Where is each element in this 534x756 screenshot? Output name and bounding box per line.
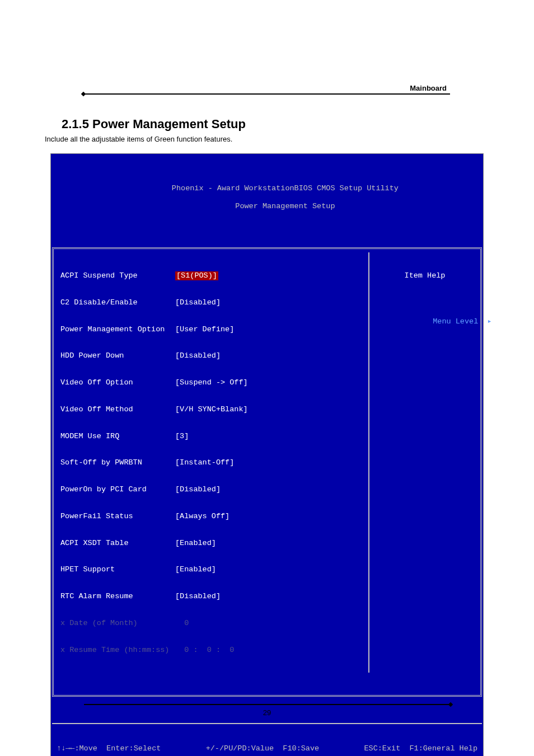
setting-row[interactable]: PowerOn by PCI Card[Disabled] <box>60 485 366 494</box>
bios-title: Phoenix - Award WorkstationBIOS CMOS Set… <box>52 173 482 221</box>
bios-help-pane: Item Help Menu Level ▸ <box>368 252 480 672</box>
setting-row[interactable]: Video Off Method[V/H SYNC+Blank] <box>60 405 366 414</box>
menu-level-label: Menu Level <box>433 317 478 326</box>
setting-label: x Date (of Month) <box>60 619 175 628</box>
bios-screenshot: Phoenix - Award WorkstationBIOS CMOS Set… <box>50 153 484 756</box>
setting-value: 0 : 0 : 0 <box>175 646 234 655</box>
setting-label: HPET Support <box>60 565 175 574</box>
setting-row[interactable]: C2 Disable/Enable[Disabled] <box>60 298 366 307</box>
setting-value: [Enabled] <box>175 565 216 574</box>
setting-label: ACPI Suspend Type <box>60 271 175 280</box>
setting-label: ACPI XSDT Table <box>60 539 175 548</box>
setting-row[interactable]: PowerFail Status[Always Off] <box>60 512 366 521</box>
section-title: 2.1.5 Power Management Setup <box>62 117 489 132</box>
bios-body: ACPI Suspend Type[S1(POS)] C2 Disable/En… <box>52 247 482 696</box>
setting-value: [Disabled] <box>175 298 221 307</box>
setting-label: PowerOn by PCI Card <box>60 485 175 494</box>
chevron-right-icon: ▸ <box>487 317 491 326</box>
item-help-title: Item Help <box>372 271 478 280</box>
manual-page: Mainboard 2.1.5 Power Management Setup I… <box>0 0 534 756</box>
setting-label: PowerFail Status <box>60 512 175 521</box>
bios-title-line2: Power Management Setup <box>235 202 335 210</box>
setting-value: [S1(POS)] <box>175 271 218 280</box>
setting-label: C2 Disable/Enable <box>60 298 175 307</box>
setting-value: [User Define] <box>175 325 234 334</box>
setting-value: [Enabled] <box>175 539 216 548</box>
setting-row[interactable]: RTC Alarm Resume[Disabled] <box>60 592 366 601</box>
setting-label: x Resume Time (hh:mm:ss) <box>60 646 175 655</box>
setting-value: [Always Off] <box>175 512 229 521</box>
page-number: 29 <box>263 708 271 717</box>
page-footer: 29 <box>84 704 450 717</box>
setting-row[interactable]: Video Off Option[Suspend -> Off] <box>60 378 366 387</box>
setting-row-disabled: x Date (of Month) 0 <box>60 619 366 628</box>
setting-value: [V/H SYNC+Blank] <box>175 405 248 414</box>
setting-value: [3] <box>175 432 189 441</box>
setting-label: Soft-Off by PWRBTN <box>60 458 175 467</box>
setting-row[interactable]: ACPI Suspend Type[S1(POS)] <box>60 271 366 280</box>
setting-row-disabled: x Resume Time (hh:mm:ss) 0 : 0 : 0 <box>60 646 366 655</box>
setting-label: MODEM Use IRQ <box>60 432 175 441</box>
setting-label: HDD Power Down <box>60 351 175 360</box>
setting-label: Video Off Option <box>60 378 175 387</box>
setting-value: [Disabled] <box>175 351 221 360</box>
page-header: Mainboard <box>84 84 450 95</box>
footer-hint-value: +/-/PU/PD:Value F10:Save <box>206 744 320 753</box>
footer-hint-move: ↑↓→←:Move Enter:Select <box>57 744 161 753</box>
menu-level: Menu Level ▸ <box>372 308 478 335</box>
setting-label: Power Management Option <box>60 325 175 334</box>
bios-footer: ↑↓→←:Move Enter:Select +/-/PU/PD:Value F… <box>52 723 482 756</box>
setting-value: [Disabled] <box>175 592 221 601</box>
setting-row[interactable]: HDD Power Down[Disabled] <box>60 351 366 360</box>
footer-row: ↑↓→←:Move Enter:Select +/-/PU/PD:Value F… <box>57 744 477 753</box>
setting-value: [Instant-Off] <box>175 458 234 467</box>
setting-row[interactable]: ACPI XSDT Table[Enabled] <box>60 539 366 548</box>
bios-inner: Phoenix - Award WorkstationBIOS CMOS Set… <box>52 155 482 756</box>
setting-label: RTC Alarm Resume <box>60 592 175 601</box>
setting-value: 0 <box>175 619 189 628</box>
section-subtitle: Include all the adjustable items of Gree… <box>45 135 489 143</box>
setting-row[interactable]: Soft-Off by PWRBTN[Instant-Off] <box>60 458 366 467</box>
setting-value: [Disabled] <box>175 485 221 494</box>
header-rule <box>84 93 450 95</box>
setting-row[interactable]: HPET Support[Enabled] <box>60 565 366 574</box>
bios-title-line1: Phoenix - Award WorkstationBIOS CMOS Set… <box>172 184 399 192</box>
setting-row[interactable]: Power Management Option[User Define] <box>60 325 366 334</box>
setting-label: Video Off Method <box>60 405 175 414</box>
footer-rule <box>84 704 450 705</box>
header-label: Mainboard <box>84 84 450 93</box>
setting-row[interactable]: MODEM Use IRQ[3] <box>60 432 366 441</box>
footer-hint-exit: ESC:Exit F1:General Help <box>364 744 477 753</box>
bios-settings-list: ACPI Suspend Type[S1(POS)] C2 Disable/En… <box>54 252 368 672</box>
setting-value: [Suspend -> Off] <box>175 378 248 387</box>
